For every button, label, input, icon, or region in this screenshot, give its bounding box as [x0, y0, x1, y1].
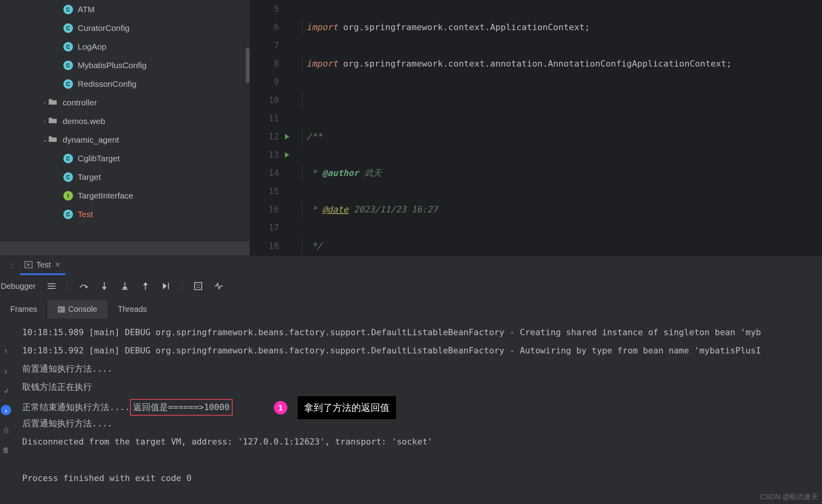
- tree-label: dynamic_agent: [63, 135, 119, 145]
- code-editor[interactable]: 5 6 7 8 9 10 11 12 13 14 15 16 17 18 imp…: [250, 0, 822, 256]
- subtab-console[interactable]: Console: [48, 300, 107, 319]
- runnable-class-icon: C: [63, 172, 73, 182]
- console-icon: [58, 306, 65, 313]
- down-icon[interactable]: ↓: [0, 361, 12, 380]
- runnable-class-icon: C: [63, 154, 73, 163]
- tree-item-curatorconfig[interactable]: C CuratorConfig: [0, 19, 250, 37]
- console-line: 前置通知执行方法....: [22, 360, 822, 378]
- svg-rect-2: [58, 306, 65, 313]
- tree-label: CglibTarget: [78, 154, 120, 163]
- project-tree[interactable]: C ATM C CuratorConfig C LogAop C Mybatis…: [0, 0, 250, 256]
- console-output[interactable]: 10:18:15.989 [main] DEBUG org.springfram…: [0, 319, 822, 487]
- folder-icon: [48, 135, 58, 145]
- chevron-right-icon: ›: [41, 118, 48, 125]
- print-icon[interactable]: ⎙: [0, 420, 12, 440]
- subtab-frames[interactable]: Frames: [0, 300, 48, 319]
- scrollbar-thumb[interactable]: [246, 48, 250, 83]
- tree-label: TargetInterface: [78, 191, 133, 200]
- debugger-label: Debugger: [1, 282, 36, 291]
- tree-item-controller[interactable]: › controller: [0, 93, 250, 112]
- tree-label: ATM: [78, 5, 95, 14]
- runnable-class-icon: C: [63, 210, 73, 219]
- tree-item-target[interactable]: C Target: [0, 168, 250, 186]
- chevron-right-icon: ›: [41, 99, 48, 106]
- tree-item-cglibtarget[interactable]: C CglibTarget: [0, 149, 250, 168]
- force-step-into-icon[interactable]: [120, 281, 130, 291]
- class-icon: C: [63, 42, 73, 52]
- tree-item-dynamic-agent[interactable]: ⌄ dynamic_agent: [0, 130, 250, 149]
- tree-label: LogAop: [78, 42, 106, 52]
- interface-icon: I: [63, 191, 73, 200]
- tree-item-mybatisplusconfig[interactable]: C MybatisPlusConfig: [0, 56, 250, 74]
- highlighted-return-value: 返回值是======>10000: [130, 399, 233, 416]
- console-line: 正常结束通知执行方法....返回值是======>10000 1 拿到了方法的返…: [22, 396, 822, 414]
- debug-panel: : Test ✕ Debugger Frames Console Threads…: [0, 256, 822, 487]
- class-icon: C: [63, 23, 73, 33]
- step-out-icon[interactable]: [141, 281, 150, 291]
- console-line: [22, 451, 822, 469]
- annotation-badge: 1: [274, 401, 287, 414]
- tree-label: RedissonConfig: [78, 79, 136, 89]
- layout-icon[interactable]: [47, 281, 56, 291]
- trace-icon[interactable]: [214, 281, 224, 291]
- tree-label: MybatisPlusConfig: [78, 61, 147, 70]
- chevron-down-icon: ⌄: [41, 136, 48, 143]
- console-line: Process finished with exit code 0: [22, 469, 822, 487]
- tree-label: CuratorConfig: [78, 23, 130, 33]
- step-into-icon[interactable]: [99, 281, 109, 291]
- tree-item-atm[interactable]: C ATM: [0, 0, 250, 19]
- tree-label: Target: [78, 172, 101, 182]
- console-line: Disconnected from the target VM, address…: [22, 433, 822, 451]
- tree-item-logaop[interactable]: C LogAop: [0, 37, 250, 56]
- class-icon: C: [63, 79, 73, 89]
- tree-label: Test: [78, 210, 93, 219]
- class-icon: C: [63, 61, 73, 70]
- tree-label: controller: [63, 98, 97, 107]
- run-config-icon: [25, 261, 32, 268]
- tree-label: demos.web: [63, 116, 105, 126]
- tree-item-demosweb[interactable]: › demos.web: [0, 112, 250, 130]
- tree-item-targetinterface[interactable]: I TargetInterface: [0, 186, 250, 205]
- trash-icon[interactable]: 🗑: [0, 440, 12, 460]
- up-icon[interactable]: ↑: [0, 341, 12, 361]
- debug-tab-test[interactable]: Test ✕: [20, 256, 66, 275]
- code-area[interactable]: import org.springframework.context.Appli…: [292, 0, 822, 256]
- close-icon[interactable]: ✕: [55, 260, 61, 269]
- debug-tabs: : Test ✕: [0, 256, 822, 275]
- debug-subtabs: Frames Console Threads: [0, 297, 822, 319]
- panel-label: :: [11, 261, 13, 270]
- class-icon: C: [63, 5, 73, 14]
- console-line: 10:18:15.989 [main] DEBUG org.springfram…: [22, 323, 822, 342]
- tree-item-redissonconfig[interactable]: C RedissonConfig: [0, 74, 250, 93]
- step-over-icon[interactable]: [79, 281, 88, 291]
- svg-rect-1: [195, 283, 202, 290]
- debug-tab-label: Test: [36, 260, 51, 269]
- run-gutter-icon[interactable]: [285, 152, 289, 158]
- soft-wrap-icon[interactable]: ↲: [0, 380, 12, 400]
- folder-icon: [48, 98, 58, 107]
- evaluate-icon[interactable]: [193, 281, 203, 291]
- line-gutter: 5 6 7 8 9 10 11 12 13 14 15 16 17 18: [250, 0, 292, 256]
- console-line: 10:18:15.992 [main] DEBUG org.springfram…: [22, 342, 822, 360]
- console-line: 后置通知执行方法....: [22, 414, 822, 433]
- annotation-callout: 拿到了方法的返回值: [298, 396, 396, 419]
- subtab-threads[interactable]: Threads: [107, 300, 157, 319]
- download-icon[interactable]: ↓: [0, 400, 12, 420]
- folder-icon: [48, 116, 58, 126]
- run-to-cursor-icon[interactable]: [161, 281, 171, 291]
- console-side-toolbar: ↑ ↓ ↲ ↓ ⎙ 🗑: [0, 341, 12, 460]
- tree-item-test[interactable]: C Test: [0, 205, 250, 223]
- debugger-toolbar: Debugger: [0, 275, 822, 297]
- run-gutter-icon[interactable]: [285, 134, 289, 139]
- console-line: 取钱方法正在执行: [22, 378, 822, 396]
- watermark: CSDN @暗武逢天: [760, 492, 818, 502]
